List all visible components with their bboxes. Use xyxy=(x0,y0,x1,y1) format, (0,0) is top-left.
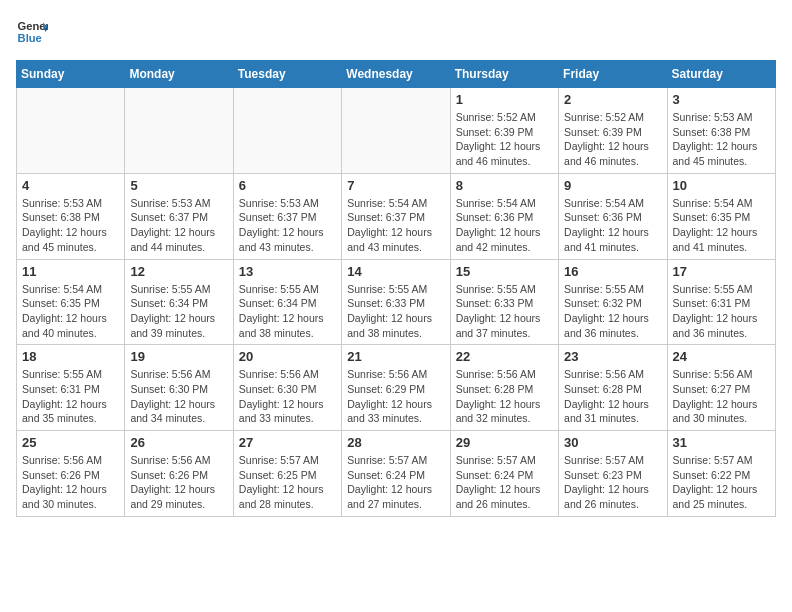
calendar-cell: 23Sunrise: 5:56 AMSunset: 6:28 PMDayligh… xyxy=(559,345,667,431)
calendar-cell: 7Sunrise: 5:54 AMSunset: 6:37 PMDaylight… xyxy=(342,173,450,259)
calendar-cell: 11Sunrise: 5:54 AMSunset: 6:35 PMDayligh… xyxy=(17,259,125,345)
day-info: Sunrise: 5:56 AMSunset: 6:29 PMDaylight:… xyxy=(347,367,444,426)
calendar-week-row: 4Sunrise: 5:53 AMSunset: 6:38 PMDaylight… xyxy=(17,173,776,259)
day-info: Sunrise: 5:57 AMSunset: 6:25 PMDaylight:… xyxy=(239,453,336,512)
calendar-table: SundayMondayTuesdayWednesdayThursdayFrid… xyxy=(16,60,776,517)
calendar-cell: 27Sunrise: 5:57 AMSunset: 6:25 PMDayligh… xyxy=(233,431,341,517)
day-info: Sunrise: 5:54 AMSunset: 6:36 PMDaylight:… xyxy=(456,196,553,255)
weekday-header-tuesday: Tuesday xyxy=(233,61,341,88)
day-number: 1 xyxy=(456,92,553,107)
calendar-cell: 10Sunrise: 5:54 AMSunset: 6:35 PMDayligh… xyxy=(667,173,775,259)
day-number: 31 xyxy=(673,435,770,450)
day-number: 23 xyxy=(564,349,661,364)
calendar-cell: 13Sunrise: 5:55 AMSunset: 6:34 PMDayligh… xyxy=(233,259,341,345)
calendar-cell: 17Sunrise: 5:55 AMSunset: 6:31 PMDayligh… xyxy=(667,259,775,345)
calendar-cell: 14Sunrise: 5:55 AMSunset: 6:33 PMDayligh… xyxy=(342,259,450,345)
day-number: 26 xyxy=(130,435,227,450)
day-number: 8 xyxy=(456,178,553,193)
day-number: 9 xyxy=(564,178,661,193)
day-number: 28 xyxy=(347,435,444,450)
day-info: Sunrise: 5:56 AMSunset: 6:30 PMDaylight:… xyxy=(239,367,336,426)
calendar-week-row: 18Sunrise: 5:55 AMSunset: 6:31 PMDayligh… xyxy=(17,345,776,431)
day-number: 27 xyxy=(239,435,336,450)
day-number: 15 xyxy=(456,264,553,279)
calendar-cell: 5Sunrise: 5:53 AMSunset: 6:37 PMDaylight… xyxy=(125,173,233,259)
day-info: Sunrise: 5:55 AMSunset: 6:33 PMDaylight:… xyxy=(347,282,444,341)
day-number: 12 xyxy=(130,264,227,279)
day-number: 20 xyxy=(239,349,336,364)
weekday-header-thursday: Thursday xyxy=(450,61,558,88)
day-info: Sunrise: 5:55 AMSunset: 6:31 PMDaylight:… xyxy=(22,367,119,426)
day-number: 5 xyxy=(130,178,227,193)
day-info: Sunrise: 5:56 AMSunset: 6:27 PMDaylight:… xyxy=(673,367,770,426)
calendar-cell: 28Sunrise: 5:57 AMSunset: 6:24 PMDayligh… xyxy=(342,431,450,517)
calendar-cell: 9Sunrise: 5:54 AMSunset: 6:36 PMDaylight… xyxy=(559,173,667,259)
calendar-cell: 25Sunrise: 5:56 AMSunset: 6:26 PMDayligh… xyxy=(17,431,125,517)
calendar-cell: 30Sunrise: 5:57 AMSunset: 6:23 PMDayligh… xyxy=(559,431,667,517)
calendar-cell: 3Sunrise: 5:53 AMSunset: 6:38 PMDaylight… xyxy=(667,88,775,174)
day-info: Sunrise: 5:56 AMSunset: 6:28 PMDaylight:… xyxy=(456,367,553,426)
calendar-cell xyxy=(342,88,450,174)
calendar-cell xyxy=(125,88,233,174)
calendar-cell: 18Sunrise: 5:55 AMSunset: 6:31 PMDayligh… xyxy=(17,345,125,431)
day-info: Sunrise: 5:52 AMSunset: 6:39 PMDaylight:… xyxy=(456,110,553,169)
day-info: Sunrise: 5:56 AMSunset: 6:28 PMDaylight:… xyxy=(564,367,661,426)
calendar-week-row: 11Sunrise: 5:54 AMSunset: 6:35 PMDayligh… xyxy=(17,259,776,345)
calendar-cell: 12Sunrise: 5:55 AMSunset: 6:34 PMDayligh… xyxy=(125,259,233,345)
day-number: 25 xyxy=(22,435,119,450)
day-info: Sunrise: 5:53 AMSunset: 6:38 PMDaylight:… xyxy=(673,110,770,169)
day-number: 22 xyxy=(456,349,553,364)
day-info: Sunrise: 5:57 AMSunset: 6:24 PMDaylight:… xyxy=(456,453,553,512)
day-info: Sunrise: 5:54 AMSunset: 6:35 PMDaylight:… xyxy=(673,196,770,255)
weekday-header-saturday: Saturday xyxy=(667,61,775,88)
calendar-cell: 20Sunrise: 5:56 AMSunset: 6:30 PMDayligh… xyxy=(233,345,341,431)
day-info: Sunrise: 5:55 AMSunset: 6:34 PMDaylight:… xyxy=(130,282,227,341)
day-number: 21 xyxy=(347,349,444,364)
calendar-cell: 22Sunrise: 5:56 AMSunset: 6:28 PMDayligh… xyxy=(450,345,558,431)
day-info: Sunrise: 5:52 AMSunset: 6:39 PMDaylight:… xyxy=(564,110,661,169)
day-number: 13 xyxy=(239,264,336,279)
day-info: Sunrise: 5:57 AMSunset: 6:24 PMDaylight:… xyxy=(347,453,444,512)
day-info: Sunrise: 5:53 AMSunset: 6:37 PMDaylight:… xyxy=(130,196,227,255)
calendar-cell: 29Sunrise: 5:57 AMSunset: 6:24 PMDayligh… xyxy=(450,431,558,517)
calendar-cell: 4Sunrise: 5:53 AMSunset: 6:38 PMDaylight… xyxy=(17,173,125,259)
day-info: Sunrise: 5:53 AMSunset: 6:38 PMDaylight:… xyxy=(22,196,119,255)
calendar-week-row: 25Sunrise: 5:56 AMSunset: 6:26 PMDayligh… xyxy=(17,431,776,517)
day-number: 7 xyxy=(347,178,444,193)
calendar-cell xyxy=(17,88,125,174)
calendar-week-row: 1Sunrise: 5:52 AMSunset: 6:39 PMDaylight… xyxy=(17,88,776,174)
day-number: 19 xyxy=(130,349,227,364)
calendar-cell: 2Sunrise: 5:52 AMSunset: 6:39 PMDaylight… xyxy=(559,88,667,174)
day-info: Sunrise: 5:57 AMSunset: 6:23 PMDaylight:… xyxy=(564,453,661,512)
weekday-header-friday: Friday xyxy=(559,61,667,88)
calendar-cell: 21Sunrise: 5:56 AMSunset: 6:29 PMDayligh… xyxy=(342,345,450,431)
day-info: Sunrise: 5:53 AMSunset: 6:37 PMDaylight:… xyxy=(239,196,336,255)
day-info: Sunrise: 5:56 AMSunset: 6:26 PMDaylight:… xyxy=(130,453,227,512)
weekday-header-sunday: Sunday xyxy=(17,61,125,88)
day-info: Sunrise: 5:54 AMSunset: 6:36 PMDaylight:… xyxy=(564,196,661,255)
logo: General Blue xyxy=(16,16,52,48)
day-number: 14 xyxy=(347,264,444,279)
day-number: 18 xyxy=(22,349,119,364)
calendar-cell: 6Sunrise: 5:53 AMSunset: 6:37 PMDaylight… xyxy=(233,173,341,259)
calendar-cell: 15Sunrise: 5:55 AMSunset: 6:33 PMDayligh… xyxy=(450,259,558,345)
day-info: Sunrise: 5:56 AMSunset: 6:26 PMDaylight:… xyxy=(22,453,119,512)
day-info: Sunrise: 5:57 AMSunset: 6:22 PMDaylight:… xyxy=(673,453,770,512)
day-number: 4 xyxy=(22,178,119,193)
day-number: 11 xyxy=(22,264,119,279)
day-info: Sunrise: 5:55 AMSunset: 6:31 PMDaylight:… xyxy=(673,282,770,341)
calendar-cell: 16Sunrise: 5:55 AMSunset: 6:32 PMDayligh… xyxy=(559,259,667,345)
weekday-header-wednesday: Wednesday xyxy=(342,61,450,88)
svg-text:Blue: Blue xyxy=(18,32,42,44)
calendar-cell xyxy=(233,88,341,174)
weekday-header-row: SundayMondayTuesdayWednesdayThursdayFrid… xyxy=(17,61,776,88)
day-number: 6 xyxy=(239,178,336,193)
calendar-cell: 26Sunrise: 5:56 AMSunset: 6:26 PMDayligh… xyxy=(125,431,233,517)
day-info: Sunrise: 5:54 AMSunset: 6:37 PMDaylight:… xyxy=(347,196,444,255)
day-number: 29 xyxy=(456,435,553,450)
day-number: 10 xyxy=(673,178,770,193)
calendar-cell: 19Sunrise: 5:56 AMSunset: 6:30 PMDayligh… xyxy=(125,345,233,431)
calendar-cell: 24Sunrise: 5:56 AMSunset: 6:27 PMDayligh… xyxy=(667,345,775,431)
page-header: General Blue xyxy=(16,16,776,48)
day-info: Sunrise: 5:55 AMSunset: 6:32 PMDaylight:… xyxy=(564,282,661,341)
